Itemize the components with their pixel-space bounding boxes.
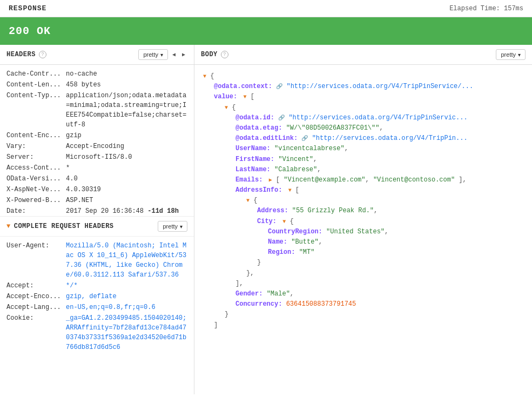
request-headers-pretty-button[interactable]: pretty <box>158 221 187 232</box>
collapse-address-item[interactable]: ▼ <box>246 198 250 204</box>
header-row-access: Access-Cont... * <box>6 163 187 173</box>
header-row-content-type: Content-Typ... application/json;odata.me… <box>6 91 187 130</box>
complete-headers-label: COMPLETE REQUEST HEADERS <box>14 223 114 230</box>
json-lastname-row: LastName: "Calabrese", <box>203 165 523 175</box>
json-etag-row: @odata.etag: "W/\"08D50026A837FC01\"", <box>203 123 523 133</box>
req-header-accept-lang: Accept-Lang... en-US,en;q=0.8,fr;q=0.6 <box>6 302 187 312</box>
json-name-row: Name: "Butte", <box>203 237 523 247</box>
status-code: 200 OK <box>9 25 51 37</box>
json-value-row: value: ▼ [ <box>203 92 523 102</box>
headers-pretty-button[interactable]: pretty <box>138 49 168 60</box>
id-url-link[interactable]: "http://services.odata.org/V4/TripPinSer… <box>288 114 467 122</box>
json-address-item-close: }, <box>203 268 523 279</box>
json-editlink-row: @odata.editLink: 🔗 "http://services.odat… <box>203 133 523 144</box>
collapse-emails[interactable]: ▶ <box>269 177 272 183</box>
header-row-cache: Cache-Contr... no-cache <box>6 69 187 79</box>
json-gender-row: Gender: "Male", <box>203 289 523 299</box>
body-help-icon[interactable]: ? <box>221 51 228 58</box>
req-header-cookie: Cookie: _ga=GA1.2.203499485.1504020140; … <box>6 313 187 352</box>
json-addressinfo-close: ], <box>203 279 523 289</box>
json-emails-row: Emails: ▶ [ "Vincent@example.com", "Vinc… <box>203 175 523 185</box>
header-row-content-len: Content-Len... 458 bytes <box>6 80 187 90</box>
json-addressinfo-item-open: ▼ { <box>203 196 523 206</box>
response-title: RESPONSE <box>9 4 46 12</box>
headers-panel-header: HEADERS ? pretty ◀ ▶ <box>0 45 194 65</box>
collapse-value[interactable]: ▼ <box>243 94 246 100</box>
header-row-odata-ver: OData-Versi... 4.0 <box>6 174 187 184</box>
nav-right-arrow[interactable]: ▶ <box>180 50 187 59</box>
json-firstname-row: FirstName: "Vincent", <box>203 154 523 165</box>
json-id-row: @odata.id: 🔗 "http://services.odata.org/… <box>203 113 523 123</box>
elapsed-time: Elapsed Time: 157ms <box>449 5 523 12</box>
body-pretty-button[interactable]: pretty <box>496 49 526 60</box>
json-username-row: UserName: "vincentcalabrese", <box>203 144 523 154</box>
editlink-url-link[interactable]: "http://services.odata.org/V4/TripPin... <box>312 134 468 142</box>
header-row-server: Server: Microsoft-IIS/8.0 <box>6 152 187 162</box>
collapse-addressinfo[interactable]: ▼ <box>288 187 292 193</box>
collapse-item[interactable]: ▼ <box>225 105 228 111</box>
editlink-link-icon[interactable]: 🔗 <box>301 136 308 142</box>
json-region-row: Region: "MT" <box>203 247 523 258</box>
json-value-item-open: ▼ { <box>203 103 523 113</box>
json-countryregion-row: CountryRegion: "United States", <box>203 227 523 237</box>
json-city-row: City: ▼ { <box>203 217 523 227</box>
json-root-open: ▼ { <box>203 71 523 82</box>
complete-headers-toggle[interactable]: ▼ COMPLETE REQUEST HEADERS pretty <box>0 216 194 237</box>
headers-help-icon[interactable]: ? <box>39 51 46 58</box>
header-row-xaspnet: X-AspNet-Ve... 4.0.30319 <box>6 185 187 194</box>
headers-label: HEADERS <box>6 51 36 58</box>
left-panel: HEADERS ? pretty ◀ ▶ Cache-Contr... no-c… <box>0 45 194 394</box>
req-header-accept: Accept: */* <box>6 281 187 291</box>
header-row-xpowered: X-Powered-B... ASP.NET <box>6 196 187 205</box>
json-addressinfo-row: AddressInfo: ▼ [ <box>203 185 523 196</box>
req-header-accept-enc: Accept-Enco... gzip, deflate <box>6 292 187 301</box>
body-panel-header: BODY ? pretty <box>194 45 532 65</box>
request-headers-content: User-Agent: Mozilla/5.0 (Macintosh; Inte… <box>0 237 194 358</box>
context-url-link[interactable]: "http://services.odata.org/V4/TripPinSer… <box>286 83 473 90</box>
header-row-date: Date: 2017 Sep 20 16:36:48 -11d 18h <box>6 206 187 216</box>
nav-left-arrow[interactable]: ◀ <box>170 50 178 59</box>
collapse-root[interactable]: ▼ <box>203 73 206 79</box>
json-concurrency-row: Concurrency: 636415088373791745 <box>203 299 523 309</box>
json-context-row: @odata.context: 🔗 "http://services.odata… <box>203 82 523 92</box>
top-bar: RESPONSE Elapsed Time: 157ms <box>0 0 532 17</box>
main-container: HEADERS ? pretty ◀ ▶ Cache-Contr... no-c… <box>0 45 532 394</box>
json-city-close: } <box>203 258 523 268</box>
json-value-close: ] <box>203 320 523 331</box>
req-header-user-agent: User-Agent: Mozilla/5.0 (Macintosh; Inte… <box>6 241 187 280</box>
collapse-city[interactable]: ▼ <box>282 219 286 225</box>
body-content: ▼ { @odata.context: 🔗 "http://services.o… <box>194 65 532 337</box>
header-row-vary: Vary: Accept-Encoding <box>6 142 187 151</box>
status-bar: 200 OK <box>0 17 532 45</box>
json-value-item-close: } <box>203 309 523 320</box>
body-label: BODY <box>201 51 218 58</box>
header-row-content-enc: Content-Enc... gzip <box>6 131 187 140</box>
json-address-row: Address: "55 Grizzly Peak Rd.", <box>203 206 523 216</box>
id-link-icon[interactable]: 🔗 <box>278 115 285 121</box>
right-panel: BODY ? pretty ▼ { @odata.context: 🔗 "htt… <box>194 45 532 394</box>
toggle-arrow: ▼ <box>6 223 11 230</box>
headers-content: Cache-Contr... no-cache Content-Len... 4… <box>0 65 194 216</box>
context-link-icon[interactable]: 🔗 <box>276 84 282 90</box>
